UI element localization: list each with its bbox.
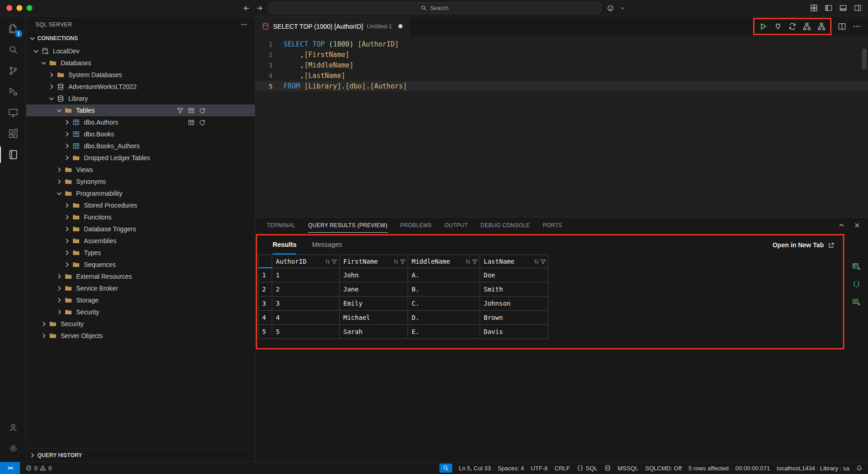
refresh-icon[interactable] <box>199 107 206 114</box>
cursor-position[interactable]: Ln 5, Col 33 <box>459 465 491 472</box>
grid-cell[interactable]: 3 <box>272 297 340 311</box>
maximize-panel-icon[interactable] <box>838 222 845 229</box>
code-line[interactable]: 3 ,[MiddleName] <box>255 60 868 70</box>
grid-cell[interactable]: Doe <box>480 268 548 282</box>
minimize-window-button[interactable] <box>16 5 22 11</box>
grid-cell[interactable]: C. <box>408 297 480 311</box>
grid-cell[interactable]: 5 <box>272 325 340 339</box>
activity-source-control-icon[interactable] <box>0 60 26 81</box>
navigate-back-icon[interactable] <box>243 5 250 12</box>
filter-icon[interactable] <box>331 259 337 265</box>
connection-info-status[interactable]: localhost,1434 : Library : sa <box>777 465 849 472</box>
tree-item-sequences[interactable]: Sequences <box>26 259 255 271</box>
tree-item-views[interactable]: Views <box>26 164 255 176</box>
grid-cell[interactable]: Johnson <box>480 297 548 311</box>
table-view-icon[interactable] <box>188 107 195 114</box>
activity-explorer-icon[interactable]: 1 <box>0 18 26 39</box>
filter-icon[interactable] <box>400 259 406 265</box>
tree-item-database-triggers[interactable]: Database Triggers <box>26 223 255 235</box>
tree-item-programmability[interactable]: Programmability <box>26 188 255 199</box>
tree-item-dbo-books-authors[interactable]: dbo.Books_Authors <box>26 140 255 152</box>
tree-item-security[interactable]: Security <box>26 318 255 330</box>
panel-tab-ports[interactable]: PORTS <box>542 218 563 233</box>
sort-icon[interactable] <box>325 259 331 265</box>
unsaved-changes-indicator[interactable] <box>398 24 403 28</box>
grid-row-number[interactable]: 3 <box>258 297 272 311</box>
more-editor-actions-icon[interactable] <box>852 22 861 31</box>
grid-cell[interactable]: B. <box>408 282 480 297</box>
code-line[interactable]: 1SELECT TOP (1000) [AuthorID] <box>255 39 868 49</box>
tree-item-system-databases[interactable]: System Databases <box>26 69 255 81</box>
layout-panel-icon[interactable] <box>839 4 847 12</box>
panel-tab-output[interactable]: OUTPUT <box>444 218 468 233</box>
panel-tab-terminal[interactable]: TERMINAL <box>266 218 296 233</box>
navigate-forward-icon[interactable] <box>256 5 263 12</box>
tree-item-service-broker[interactable]: Service Broker <box>26 282 255 294</box>
connection-status[interactable] <box>604 465 611 471</box>
grid-column-header-lastname[interactable]: LastName <box>480 255 548 268</box>
eol-status[interactable]: CRLF <box>554 465 570 472</box>
tree-item-tables[interactable]: Tables <box>26 104 255 116</box>
sort-icon[interactable] <box>465 259 471 265</box>
query-history-section-header[interactable]: QUERY HISTORY <box>26 448 255 462</box>
connections-section-header[interactable]: CONNECTIONS <box>26 32 255 44</box>
grid-cell[interactable]: E. <box>408 325 480 339</box>
tree-item-localdev[interactable]: LocalDev <box>26 45 255 57</box>
indentation-status[interactable]: Spaces: 4 <box>498 465 524 472</box>
grid-cell[interactable]: Smith <box>480 282 548 297</box>
grid-corner-cell[interactable] <box>258 255 272 268</box>
save-as-excel-icon[interactable] <box>852 298 861 307</box>
grid-cell[interactable]: Michael <box>340 311 408 325</box>
grid-row-number[interactable]: 2 <box>258 282 272 297</box>
sort-icon[interactable] <box>533 259 539 265</box>
messages-tab[interactable]: Messages <box>312 235 342 255</box>
tree-item-stored-procedures[interactable]: Stored Procedures <box>26 199 255 211</box>
split-editor-icon[interactable] <box>838 22 846 31</box>
layout-sidebar-right-icon[interactable] <box>854 4 862 12</box>
tree-item-dbo-books[interactable]: dbo.Books <box>26 128 255 140</box>
tree-item-synonyms[interactable]: Synonyms <box>26 176 255 188</box>
code-line[interactable]: 4 ,[LastName] <box>255 70 868 81</box>
language-mode[interactable]: {} SQL <box>577 465 597 472</box>
grid-row-number[interactable]: 4 <box>258 311 272 325</box>
activity-accounts-icon[interactable] <box>0 417 26 438</box>
grid-row-number[interactable]: 1 <box>258 268 272 282</box>
grid-cell[interactable]: 4 <box>272 311 340 325</box>
notifications-bell[interactable] <box>856 465 863 471</box>
tree-item-assemblies[interactable]: Assemblies <box>26 235 255 247</box>
grid-cell[interactable]: D. <box>408 311 480 325</box>
panel-tab-problems[interactable]: PROBLEMS <box>400 218 432 233</box>
save-as-csv-icon[interactable] <box>852 262 861 271</box>
layout-sidebar-left-icon[interactable] <box>825 4 832 12</box>
open-in-new-tab-button[interactable]: Open in New Tab <box>772 241 835 249</box>
grid-cell[interactable]: John <box>340 268 408 282</box>
more-actions-icon[interactable] <box>240 21 248 28</box>
grid-cell[interactable]: A. <box>408 268 480 282</box>
code-line[interactable]: 2 ,[FirstName] <box>255 49 868 60</box>
tree-item-security[interactable]: Security <box>26 306 255 318</box>
actual-plan-icon[interactable] <box>817 22 826 31</box>
grid-column-header-firstname[interactable]: FirstName <box>340 255 408 268</box>
activity-run-and-debug-icon[interactable] <box>0 81 26 102</box>
grid-cell[interactable]: 2 <box>272 282 340 297</box>
grid-cell[interactable]: Sarah <box>340 325 408 339</box>
panel-tab-debug-console[interactable]: DEBUG CONSOLE <box>480 218 531 233</box>
filter-icon[interactable] <box>540 259 546 265</box>
activity-sql-server-icon[interactable] <box>0 144 26 165</box>
tree-item-types[interactable]: Types <box>26 247 255 259</box>
grid-cell[interactable]: Davis <box>480 325 548 339</box>
tree-item-adventureworkslt2022[interactable]: AdventureWorksLT2022 <box>26 81 255 93</box>
encoding-status[interactable]: UTF-8 <box>531 465 548 472</box>
global-search-input[interactable]: Search <box>269 2 601 14</box>
activity-extensions-icon[interactable] <box>0 123 26 144</box>
tree-item-functions[interactable]: Functions <box>26 211 255 223</box>
close-panel-icon[interactable] <box>853 222 861 229</box>
tree-item-databases[interactable]: Databases <box>26 57 255 69</box>
grid-row-number[interactable]: 5 <box>258 325 272 339</box>
grid-cell[interactable]: Jane <box>340 282 408 297</box>
grid-cell[interactable]: Brown <box>480 311 548 325</box>
grid-column-header-authorid[interactable]: AuthorID <box>272 255 340 268</box>
sort-icon[interactable] <box>393 259 399 265</box>
activity-search-icon[interactable] <box>0 39 26 60</box>
editor-scrollbar[interactable] <box>862 49 867 69</box>
